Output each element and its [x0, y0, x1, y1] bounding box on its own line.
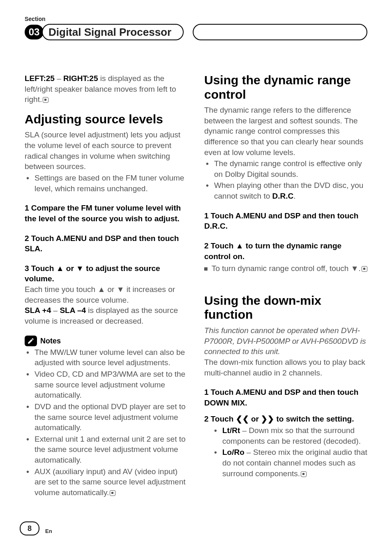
heading-adjusting-source-levels: Adjusting source levels — [25, 112, 188, 127]
dm-step-1: 1 Touch A.MENU and DSP and then touch DO… — [204, 387, 367, 408]
left-column: LEFT:25 – RIGHT:25 is displayed as the l… — [25, 73, 188, 498]
pencil-icon — [25, 336, 37, 346]
square-bullet-icon — [204, 267, 208, 271]
list-item: Lt/Rt – Down mix so that the surround co… — [204, 425, 367, 446]
drc-paragraph: The dynamic range refers to the differen… — [204, 105, 367, 158]
dm-step-2: 2 Touch ❮❮ or ❯❯ to switch the setting. — [204, 414, 367, 424]
down-mix-note-italic: This function cannot be operated when DV… — [204, 325, 367, 357]
drc-bullets: The dynamic range control is effective o… — [204, 158, 367, 202]
step-1-compare: 1 Compare the FM tuner volume level with… — [25, 203, 188, 224]
drc-off-note: To turn dynamic range control off, touch… — [204, 263, 367, 274]
section-number-badge: 03 — [25, 25, 44, 39]
header-pill-empty — [193, 24, 367, 40]
sla-paragraph: SLA (source level adjustment) lets you a… — [25, 130, 188, 172]
list-item: Lo/Ro – Stereo mix the original audio th… — [204, 447, 367, 479]
stop-icon — [301, 471, 307, 477]
list-item: External unit 1 and external unit 2 are … — [25, 434, 188, 466]
step-3-detail: Each time you touch ▲ or ▼ it increases … — [25, 284, 188, 305]
sla-bullets: Settings are based on the FM tuner volum… — [25, 173, 188, 194]
step-3-adjust-volume: 3 Touch ▲ or ▼ to adjust the source volu… — [25, 263, 188, 284]
list-item: Settings are based on the FM tuner volum… — [25, 173, 188, 194]
heading-down-mix: Using the down-mix function — [204, 294, 367, 322]
step-2-touch-sla: 2 Touch A.MENU and DSP and then touch SL… — [25, 233, 188, 254]
list-item: DVD and the optional DVD player are set … — [25, 401, 188, 433]
list-item: The dynamic range control is effective o… — [204, 158, 367, 179]
section-label: Section — [25, 16, 367, 22]
heading-dynamic-range: Using the dynamic range control — [204, 73, 367, 102]
page-number-badge: 8 — [20, 521, 39, 535]
page-footer: 8 En — [20, 521, 52, 535]
notes-label: Notes — [40, 336, 61, 346]
stop-icon — [362, 266, 367, 272]
list-item: The MW/LW tuner volume level can also be… — [25, 347, 188, 368]
right-column: Using the dynamic range control The dyna… — [204, 73, 367, 498]
drc-step-1: 1 Touch A.MENU and DSP and then touch D.… — [204, 211, 367, 232]
list-item: AUX (auxiliary input) and AV (video inpu… — [25, 466, 188, 498]
stop-icon — [43, 97, 48, 103]
list-item: Video CD, CD and MP3/WMA are set to the … — [25, 369, 188, 401]
down-mix-paragraph: The down-mix function allows you to play… — [204, 357, 367, 378]
notes-list: The MW/LW tuner volume level can also be… — [25, 347, 188, 498]
stop-icon — [110, 490, 115, 496]
balance-display-text: LEFT:25 – RIGHT:25 is displayed as the l… — [25, 73, 188, 105]
sla-range-text: SLA +4 – SLA –4 is displayed as the sour… — [25, 305, 188, 326]
drc-step-2: 2 Touch ▲ to turn the dynamic range cont… — [204, 241, 367, 262]
dm-options-list: Lt/Rt – Down mix so that the surround co… — [204, 425, 367, 479]
language-label: En — [45, 528, 52, 534]
page-header: 03 Digital Signal Processor — [25, 24, 367, 40]
notes-heading: Notes — [25, 336, 188, 346]
list-item: When playing other than the DVD disc, yo… — [204, 180, 367, 201]
page-title: Digital Signal Processor — [42, 24, 184, 40]
